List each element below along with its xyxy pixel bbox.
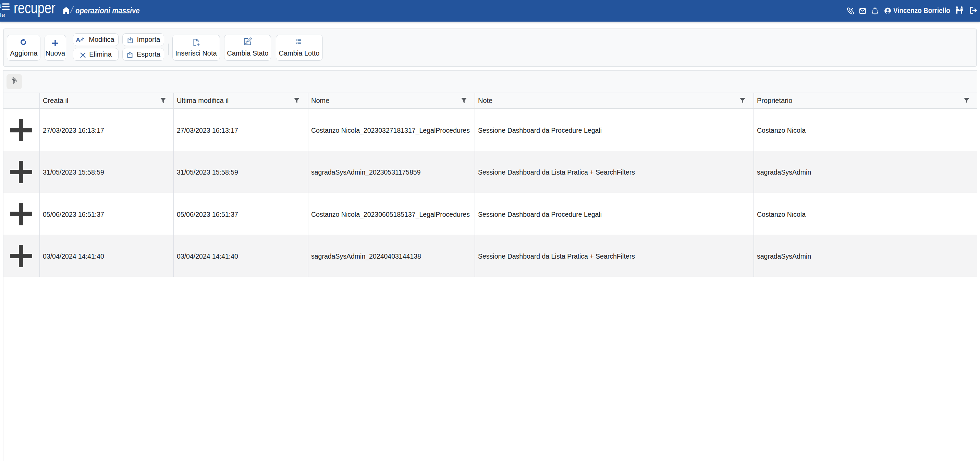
svg-text:A: A	[76, 37, 80, 43]
svg-text:a: a	[245, 40, 248, 45]
